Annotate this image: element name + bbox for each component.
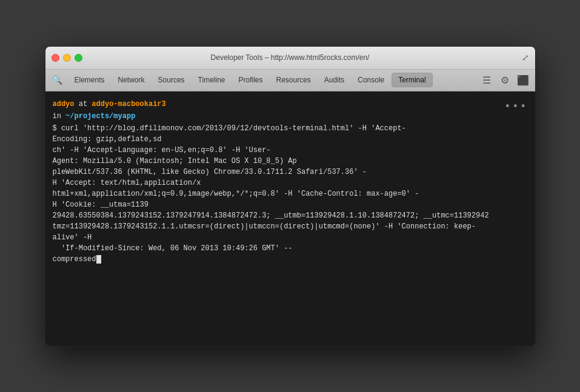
settings-icon[interactable]: ⚙ bbox=[498, 73, 512, 87]
terminal-command: $ curl 'http://blog.dfilimonov.com/2013/… bbox=[53, 123, 528, 265]
terminal-cursor bbox=[96, 255, 101, 264]
terminal-dots-menu[interactable]: ••• bbox=[504, 99, 527, 115]
nav-terminal[interactable]: Terminal bbox=[392, 73, 432, 87]
minimize-button[interactable] bbox=[63, 54, 71, 62]
prompt-host: addyo-macbookair3 bbox=[92, 100, 165, 108]
nav-console[interactable]: Console bbox=[352, 73, 390, 87]
nav-timeline[interactable]: Timeline bbox=[192, 73, 232, 87]
layout-icon[interactable]: ⬛ bbox=[516, 73, 530, 87]
expand-icon[interactable]: ⤢ bbox=[522, 53, 529, 62]
nav-profiles[interactable]: Profiles bbox=[232, 73, 268, 87]
list-icon[interactable]: ☰ bbox=[479, 73, 494, 87]
nav-sources[interactable]: Sources bbox=[152, 73, 191, 87]
nav-network[interactable]: Network bbox=[112, 73, 151, 87]
close-button[interactable] bbox=[52, 54, 59, 62]
nav-resources[interactable]: Resources bbox=[270, 73, 317, 87]
titlebar: Developer Tools – http://www.html5rocks.… bbox=[45, 47, 535, 70]
terminal-area[interactable]: ••• addyo at addyo-macbookair3 in ~/proj… bbox=[45, 91, 535, 346]
prompt-at: at bbox=[75, 100, 92, 108]
maximize-button[interactable] bbox=[75, 54, 82, 62]
traffic-lights bbox=[52, 54, 82, 62]
toolbar-icons: ☰ ⚙ ⬛ bbox=[479, 73, 530, 87]
devtools-window: Developer Tools – http://www.html5rocks.… bbox=[45, 46, 536, 347]
prompt-user: addyo bbox=[53, 100, 75, 108]
toolbar: 🔍 Elements Network Sources Timeline Prof… bbox=[45, 70, 535, 91]
nav-audits[interactable]: Audits bbox=[318, 73, 350, 87]
nav-elements[interactable]: Elements bbox=[68, 73, 111, 87]
prompt-dir: ~/projects/myapp bbox=[65, 112, 135, 121]
terminal-prompt-line-2: in ~/projects/myapp bbox=[53, 111, 528, 122]
search-icon[interactable]: 🔍 bbox=[50, 73, 65, 87]
window-title: Developer Tools – http://www.html5rocks.… bbox=[211, 53, 370, 62]
prompt-in: in bbox=[53, 112, 66, 121]
terminal-prompt-line-1: addyo at addyo-macbookair3 bbox=[53, 99, 528, 110]
